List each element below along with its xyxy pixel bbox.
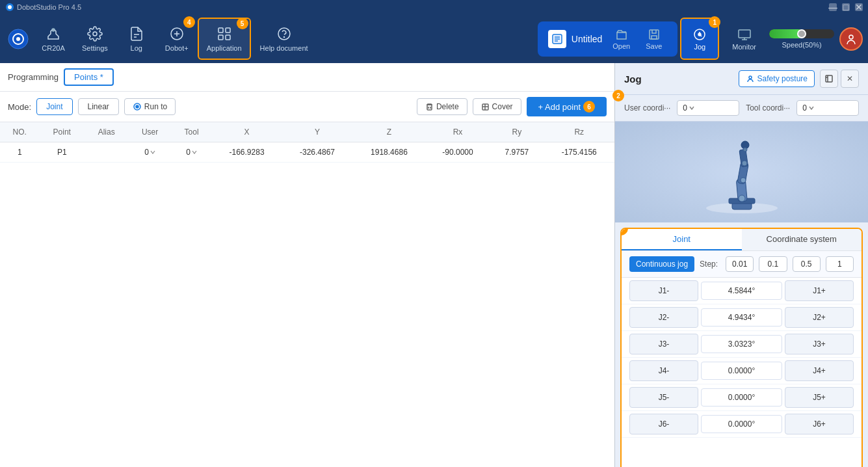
maximize-button[interactable]: □: [842, 3, 850, 11]
add-point-label: + Add point: [538, 102, 581, 112]
col-rz: Rz: [544, 122, 614, 142]
svg-point-29: [849, 35, 853, 39]
run-to-label: Run to: [144, 102, 167, 111]
joint-j1-value: 4.5844°: [701, 282, 782, 300]
tab-joint[interactable]: Joint: [622, 229, 742, 250]
run-to-button[interactable]: Run to: [124, 98, 176, 115]
nav-item-help[interactable]: Help document: [252, 18, 316, 60]
speed-control: Speed(50%): [769, 29, 834, 49]
speed-track: [769, 29, 834, 38]
joint-j6-plus-button[interactable]: J6+: [785, 414, 854, 434]
cover-label: Cover: [492, 102, 513, 111]
joint-j1-minus-button[interactable]: J1-: [629, 280, 698, 301]
joint-j5-minus-button[interactable]: J5-: [629, 387, 698, 408]
table-header-row: NO. Point Alias User Tool X Y Z Rx Ry Rz: [0, 122, 614, 142]
coord-row: User coordi··· 0 Tool coordi··· 0 2: [615, 95, 868, 122]
nav-item-dobot-plus[interactable]: Dobot+ 4: [157, 18, 196, 60]
joint-j3-minus-button[interactable]: J3-: [629, 334, 698, 354]
joint-mode-button[interactable]: Joint: [36, 98, 72, 115]
avatar[interactable]: [839, 27, 863, 51]
jog-panel-header: Jog Safety posture ✕: [615, 63, 868, 95]
cell-ry: 7.9757: [490, 142, 544, 163]
cell-tool[interactable]: 0: [172, 142, 212, 163]
cover-button[interactable]: Cover: [473, 98, 521, 115]
user-coord-select[interactable]: 0: [677, 100, 739, 116]
tool-coord-value: 0: [802, 103, 807, 113]
nav-label-application: Application: [207, 44, 242, 52]
joint-row-j2: J2- 4.9434° J2+: [622, 304, 861, 331]
nav-badge-5: 5: [237, 18, 248, 29]
open-button[interactable]: Open: [607, 25, 635, 53]
cell-no: 1: [0, 142, 40, 163]
logo-area: [5, 29, 31, 49]
add-point-button[interactable]: + Add point 6: [527, 97, 607, 116]
nav-item-application[interactable]: Application 5: [198, 18, 251, 60]
continuous-jog-button[interactable]: Continuous jog: [629, 256, 694, 272]
nav-items: CR20A Settings Log Dobot+: [34, 18, 535, 60]
nav-item-settings[interactable]: Settings: [74, 18, 116, 60]
jog-close-icon[interactable]: ✕: [841, 70, 859, 88]
svg-rect-32: [427, 105, 432, 110]
app-logo: DobotStudio Pro 4.5: [5, 3, 81, 12]
open-label: Open: [612, 42, 630, 50]
save-label: Save: [646, 42, 662, 50]
speed-slider-container[interactable]: [769, 29, 834, 38]
joint-j4-minus-button[interactable]: J4-: [629, 360, 698, 381]
main-area: Programming Points * Mode: Joint Linear …: [0, 63, 868, 467]
safety-posture-button[interactable]: Safety posture: [739, 70, 815, 87]
window-controls: — □ ✕: [829, 3, 863, 11]
joint-j1-plus-button[interactable]: J1+: [785, 280, 854, 301]
joint-j3-value: 3.0323°: [701, 335, 782, 353]
col-z: Z: [352, 122, 425, 142]
col-no: NO.: [0, 122, 40, 142]
nav-item-cr20a[interactable]: CR20A: [34, 18, 73, 60]
tab-coordinate-system[interactable]: Coordinate system: [742, 229, 862, 250]
file-title: Untitled: [572, 34, 602, 44]
joint-j5-plus-button[interactable]: J5+: [785, 387, 854, 408]
step-1-button[interactable]: 1: [826, 256, 854, 272]
joint-j4-plus-button[interactable]: J4+: [785, 360, 854, 381]
nav-label-log: Log: [131, 44, 142, 52]
delete-button[interactable]: Delete: [417, 98, 467, 115]
joint-j2-plus-button[interactable]: J2+: [785, 307, 854, 328]
joint-j6-minus-button[interactable]: J6-: [629, 414, 698, 434]
points-table: NO. Point Alias User Tool X Y Z Rx Ry Rz: [0, 122, 614, 163]
monitor-label: Monitor: [732, 43, 756, 51]
cell-user[interactable]: 0: [128, 142, 171, 163]
svg-rect-26: [739, 30, 750, 38]
joint-row-j5: J5- 0.0000° J5+: [622, 384, 861, 411]
step-0.5-button[interactable]: 0.5: [793, 256, 821, 272]
joint-j5-value: 0.0000°: [701, 388, 782, 407]
svg-rect-13: [226, 28, 230, 33]
nav-badge-4: 4: [183, 16, 195, 28]
cell-alias: [85, 142, 128, 163]
svg-point-48: [743, 148, 747, 152]
close-button[interactable]: ✕: [855, 3, 863, 11]
jog-panel-title: Jog: [624, 73, 733, 85]
jog-nav-button[interactable]: Jog 1: [680, 18, 719, 60]
joint-j3-plus-button[interactable]: J3+: [785, 334, 854, 354]
col-y: Y: [282, 122, 352, 142]
nav-item-log[interactable]: Log: [117, 18, 156, 60]
col-tool: Tool: [172, 122, 212, 142]
points-tab[interactable]: Points *: [64, 68, 114, 86]
linear-mode-button[interactable]: Linear: [78, 98, 119, 115]
speed-thumb: [797, 29, 806, 38]
minimize-button[interactable]: —: [829, 3, 837, 11]
cell-rz: -175.4156: [544, 142, 614, 163]
jog-header-icons: ✕: [820, 70, 859, 88]
cell-x: -166.9283: [211, 142, 282, 163]
save-button[interactable]: Save: [640, 25, 667, 53]
delete-label: Delete: [436, 102, 459, 111]
step-0.01-button[interactable]: 0.01: [726, 256, 754, 272]
jog-expand-icon[interactable]: [820, 70, 838, 88]
tool-coord-select[interactable]: 0: [796, 100, 859, 116]
step-0.1-button[interactable]: 0.1: [759, 256, 787, 272]
svg-point-25: [698, 33, 701, 36]
joint-j2-minus-button[interactable]: J2-: [629, 307, 698, 328]
jog-badge-1: 1: [709, 16, 720, 28]
jog-controls: 3 Joint Coordinate system Continuous jog…: [620, 228, 863, 467]
cell-rx: -90.0000: [426, 142, 490, 163]
svg-point-47: [742, 161, 747, 166]
monitor-button[interactable]: Monitor: [724, 18, 764, 60]
